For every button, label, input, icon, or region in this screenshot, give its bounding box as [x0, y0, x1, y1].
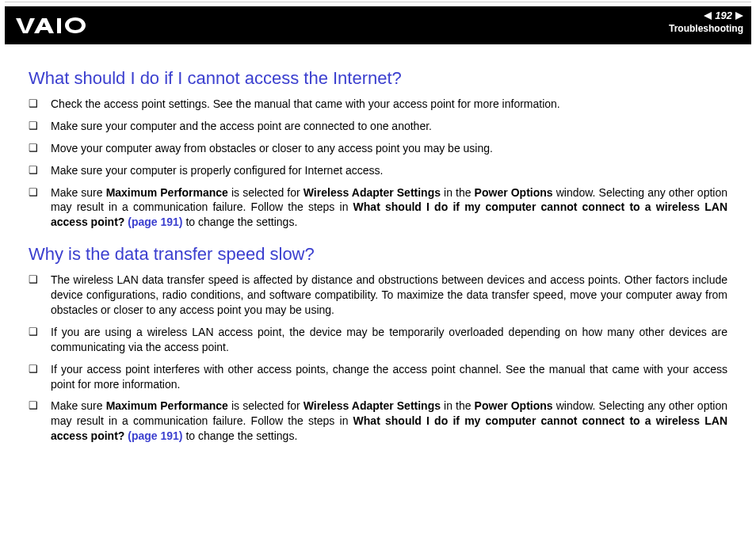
list-item: Make sure your computer is properly conf… — [29, 163, 727, 178]
list-item: If your access point interferes with oth… — [29, 362, 727, 392]
page-number: 192 — [715, 10, 732, 21]
header-right: 192 Troubleshooting — [669, 10, 743, 34]
svg-rect-0 — [57, 18, 61, 33]
page-link[interactable]: (page 191) — [128, 216, 182, 228]
heading-internet-access: What should I do if I cannot access the … — [29, 68, 727, 89]
page-navigation: 192 — [704, 10, 743, 21]
bullet-list-2: The wireless LAN data transfer speed is … — [29, 273, 727, 444]
list-item: Make sure your computer and the access p… — [29, 119, 727, 134]
heading-transfer-speed: Why is the data transfer speed slow? — [29, 244, 727, 265]
page-content: What should I do if I cannot access the … — [0, 44, 756, 444]
list-item: Move your computer away from obstacles o… — [29, 141, 727, 156]
list-item: The wireless LAN data transfer speed is … — [29, 273, 727, 318]
list-item: Make sure Maximum Performance is selecte… — [29, 185, 727, 231]
vaio-logo-icon — [16, 17, 89, 34]
page-link[interactable]: (page 191) — [128, 429, 182, 442]
list-item: If you are using a wireless LAN access p… — [29, 325, 727, 355]
prev-page-arrow-icon[interactable] — [704, 12, 712, 20]
list-item: Make sure Maximum Performance is selecte… — [29, 399, 727, 444]
section-label: Troubleshooting — [669, 23, 743, 34]
next-page-arrow-icon[interactable] — [735, 12, 743, 20]
page-header: 192 Troubleshooting — [5, 6, 751, 44]
list-item: Check the access point settings. See the… — [29, 97, 727, 112]
bullet-list-1: Check the access point settings. See the… — [29, 97, 727, 230]
